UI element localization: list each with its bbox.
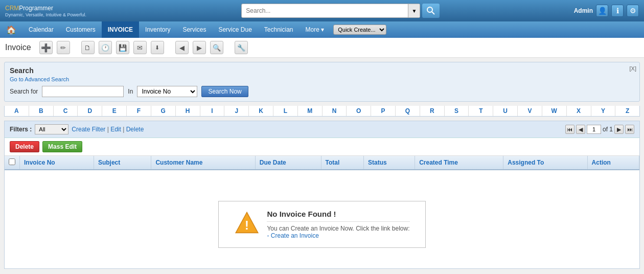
alpha-item-x[interactable]: X [567,106,591,116]
table-header: Invoice No Subject Customer Name Due Dat… [5,156,639,170]
nav-calendar[interactable]: Calendar [22,21,60,38]
alpha-item-l[interactable]: L [273,106,298,116]
admin-label: Admin [574,7,593,14]
alpha-item-h[interactable]: H [176,106,200,116]
search-dropdown-button[interactable]: ▼ [408,4,420,17]
create-invoice-link[interactable]: - Create an Invoice [267,232,318,239]
nav-inventory[interactable]: Inventory [139,21,176,38]
email-button[interactable]: ✉ [133,41,147,54]
import-button[interactable]: ⬇ [151,41,164,54]
quick-create-container: Quick Create... Invoice Customer Product [333,25,386,35]
page-title: Invoice [5,43,31,52]
next-page-button[interactable]: ▶ [614,125,624,134]
col-subject[interactable]: Subject [94,156,151,170]
create-filter-link[interactable]: Create Filter [72,126,105,133]
mass-edit-button[interactable]: Mass Edit [42,141,82,152]
alpha-item-c[interactable]: C [54,106,78,116]
last-page-button[interactable]: ⏭ [625,125,634,134]
first-page-button[interactable]: ⏮ [565,125,574,134]
add-button[interactable]: ➕ [39,41,53,54]
select-all-checkbox[interactable] [9,158,15,165]
next-button[interactable]: ▶ [193,41,206,54]
prev-button[interactable]: ◀ [175,41,189,54]
alpha-item-m[interactable]: M [298,106,323,116]
nav-invoice[interactable]: INVOICE [102,21,139,38]
alpha-item-n[interactable]: N [323,106,347,116]
svg-line-1 [432,12,434,14]
delete-filter-link[interactable]: Delete [126,126,144,133]
alpha-item-b[interactable]: B [29,106,54,116]
alpha-item-r[interactable]: R [420,106,445,116]
empty-title: No Invoice Found ! [267,210,409,218]
logo-crm: CRM [5,5,19,12]
col-status[interactable]: Status [364,156,415,170]
history-button[interactable]: 🕐 [99,41,112,54]
view-button[interactable]: 🗋 [81,41,95,54]
col-due-date[interactable]: Due Date [255,156,321,170]
nav-services[interactable]: Services [176,21,212,38]
search-in-label: In [128,88,133,95]
alpha-item-v[interactable]: V [518,106,542,116]
empty-description: You can Create an Invoice Now. Click the… [267,225,409,232]
alpha-item-o[interactable]: O [347,106,371,116]
save-button[interactable]: 💾 [116,41,129,54]
wrench-button[interactable]: 🔧 [235,41,248,54]
col-assigned-to[interactable]: Assigned To [503,156,587,170]
alpha-item-f[interactable]: F [127,106,151,116]
list-area: Filters : All Active Inactive Create Fil… [4,121,640,269]
edit-filter-link[interactable]: Edit [110,126,121,133]
prev-page-button[interactable]: ◀ [576,125,585,134]
alpha-item-q[interactable]: Q [396,106,420,116]
search-form-row: Search for In Invoice No Subject Custome… [10,86,634,97]
search-toggle-button[interactable]: 🔍 [210,41,223,54]
filter-links: Create Filter | Edit | Delete [72,126,144,133]
col-invoice-no[interactable]: Invoice No [20,156,94,170]
alpha-item-k[interactable]: K [249,106,273,116]
edit-button[interactable]: ✏ [57,41,70,54]
nav-technician[interactable]: Technician [258,21,300,38]
alpha-item-g[interactable]: G [151,106,176,116]
alpha-item-d[interactable]: D [78,106,102,116]
alpha-item-i[interactable]: I [200,106,225,116]
alpha-item-a[interactable]: A [5,106,29,116]
page-number-input[interactable] [587,125,601,134]
alpha-item-y[interactable]: Y [591,106,616,116]
col-action[interactable]: Action [587,156,639,170]
page-total: of 1 [603,126,613,133]
col-created-time[interactable]: Created Time [415,156,503,170]
global-search-button[interactable] [422,4,440,18]
alpha-item-u[interactable]: U [493,106,518,116]
alpha-item-t[interactable]: T [469,106,493,116]
search-in-select[interactable]: Invoice No Subject Customer Name Due Dat… [137,86,197,97]
col-customer-name[interactable]: Customer Name [151,156,255,170]
search-for-label: Search for [10,88,38,95]
action-bar: Delete Mass Edit [5,138,639,156]
user-icon-button[interactable]: 👤 [596,5,608,17]
filter-select[interactable]: All Active Inactive [35,124,68,134]
search-icon [426,6,435,15]
logo-tagline: Dynamic, Versatile, Intuitive & Powerful… [5,12,86,17]
warning-icon: ! [234,210,260,235]
col-total[interactable]: Total [321,156,364,170]
nav-more[interactable]: More ▾ [300,21,331,38]
alpha-item-s[interactable]: S [445,106,469,116]
nav-customers[interactable]: Customers [60,21,102,38]
alpha-item-w[interactable]: W [542,106,567,116]
global-search-input[interactable] [242,7,408,14]
nav-home[interactable]: 🏠 [0,21,22,38]
search-text-input[interactable] [42,86,124,97]
alpha-item-p[interactable]: P [371,106,396,116]
close-search-button[interactable]: [X] [630,65,636,72]
alpha-item-z[interactable]: Z [615,106,639,116]
page-toolbar: Invoice ➕ ✏ 🗋 🕐 💾 ✉ ⬇ ◀ ▶ 🔍 🔧 [0,38,644,58]
settings-icon-button[interactable]: ⚙ [627,5,639,17]
app-header: CRMProgrammer Dynamic, Versatile, Intuit… [0,0,644,21]
info-icon-button[interactable]: ℹ [611,5,624,17]
quick-create-select[interactable]: Quick Create... Invoice Customer Product [333,25,386,35]
nav-service-due[interactable]: Service Due [212,21,258,38]
alpha-item-e[interactable]: E [102,106,127,116]
delete-button[interactable]: Delete [10,141,39,152]
alpha-item-j[interactable]: J [224,106,249,116]
advanced-search-link[interactable]: Go to Advanced Search [10,76,69,82]
search-now-button[interactable]: Search Now [201,86,248,97]
